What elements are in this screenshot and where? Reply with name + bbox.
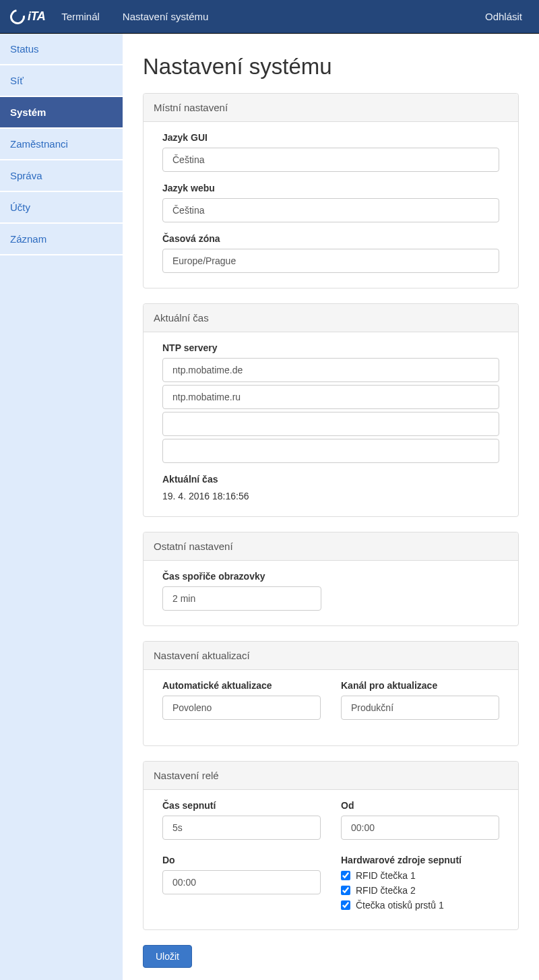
web-lang-label: Jazyk webu	[162, 183, 499, 193]
navbar-left: iTA Terminál Nastavení systému	[10, 1, 215, 32]
save-button[interactable]: Uložit	[143, 945, 192, 968]
hw-source-label-finger1: Čtečka otisků prstů 1	[356, 900, 444, 911]
layout: Status Síť Systém Zaměstnanci Správa Účt…	[0, 34, 539, 980]
sidebar-item-admin[interactable]: Správa	[0, 160, 123, 192]
panel-heading-updates: Nastavení aktualizací	[144, 642, 518, 670]
content: Nastavení systému Místní nastavení Jazyk…	[123, 34, 539, 980]
hw-source-checkbox-finger1[interactable]	[341, 900, 350, 910]
hw-source-row: RFID čtečka 1	[341, 870, 499, 881]
sidebar-item-log[interactable]: Záznam	[0, 224, 123, 255]
sidebar-item-status[interactable]: Status	[0, 34, 123, 65]
ntp-server-input-4[interactable]	[162, 439, 499, 463]
ntp-server-input-3[interactable]	[162, 412, 499, 436]
hw-source-label-rfid1: RFID čtečka 1	[356, 870, 416, 881]
screensaver-select[interactable]	[162, 586, 321, 611]
panel-other-settings: Ostatní nastavení Čas spořiče obrazovky	[143, 532, 519, 626]
ntp-server-input-2[interactable]	[162, 385, 499, 409]
ntp-servers-label: NTP servery	[162, 342, 499, 353]
relay-from-input[interactable]	[341, 816, 499, 840]
sidebar-item-system[interactable]: Systém	[0, 97, 123, 129]
panel-relay-settings: Nastavení relé Čas sepnutí Od Do	[143, 761, 519, 930]
page-title: Nastavení systému	[143, 54, 519, 80]
gui-lang-label: Jazyk GUI	[162, 132, 499, 143]
panel-heading-other: Ostatní nastavení	[144, 532, 518, 561]
hw-source-row: RFID čtečka 2	[341, 885, 499, 896]
brand-text: iTA	[28, 9, 45, 24]
current-time-value: 19. 4. 2016 18:16:56	[162, 489, 499, 501]
update-channel-label: Kanál pro aktualizace	[341, 680, 499, 691]
hw-source-checkbox-rfid2[interactable]	[341, 886, 350, 895]
panel-heading-time: Aktuální čas	[144, 304, 518, 332]
brand-logo[interactable]: iTA	[10, 9, 45, 24]
switch-time-select[interactable]	[162, 816, 321, 840]
current-time-label: Aktuální čas	[162, 474, 499, 485]
sidebar: Status Síť Systém Zaměstnanci Správa Účt…	[0, 34, 123, 980]
panel-update-settings: Nastavení aktualizací Automatické aktual…	[143, 641, 519, 746]
panel-heading-local: Místní nastavení	[144, 94, 518, 122]
relay-to-input[interactable]	[162, 870, 321, 894]
hw-source-label-rfid2: RFID čtečka 2	[356, 885, 416, 896]
nav-link-logout[interactable]: Odhlásit	[478, 1, 529, 32]
panel-current-time: Aktuální čas NTP servery Aktuální čas 19…	[143, 303, 519, 517]
sidebar-item-accounts[interactable]: Účty	[0, 192, 123, 224]
timezone-label: Časová zóna	[162, 233, 499, 244]
switch-time-label: Čas sepnutí	[162, 800, 321, 811]
navbar: iTA Terminál Nastavení systému Odhlásit	[0, 0, 539, 34]
hw-sources-label: Hardwarové zdroje sepnutí	[341, 855, 499, 865]
nav-link-system-settings[interactable]: Nastavení systému	[116, 1, 216, 32]
sidebar-item-network[interactable]: Síť	[0, 65, 123, 97]
relay-from-label: Od	[341, 800, 499, 811]
brand-ring-icon	[7, 6, 28, 27]
sidebar-item-employees[interactable]: Zaměstnanci	[0, 129, 123, 160]
hw-source-row: Čtečka otisků prstů 1	[341, 900, 499, 911]
web-lang-select[interactable]	[162, 198, 499, 222]
auto-updates-select[interactable]	[162, 696, 321, 720]
auto-updates-label: Automatické aktualizace	[162, 680, 321, 691]
gui-lang-select[interactable]	[162, 148, 499, 172]
panel-heading-relay: Nastavení relé	[144, 762, 518, 790]
nav-link-terminal[interactable]: Terminál	[55, 1, 106, 32]
update-channel-select[interactable]	[341, 696, 499, 720]
panel-local-settings: Místní nastavení Jazyk GUI Jazyk webu Ča…	[143, 93, 519, 288]
timezone-select[interactable]	[162, 249, 499, 273]
ntp-server-input-1[interactable]	[162, 358, 499, 382]
screensaver-label: Čas spořiče obrazovky	[162, 571, 499, 582]
relay-to-label: Do	[162, 855, 321, 865]
hw-source-checkbox-rfid1[interactable]	[341, 871, 350, 880]
